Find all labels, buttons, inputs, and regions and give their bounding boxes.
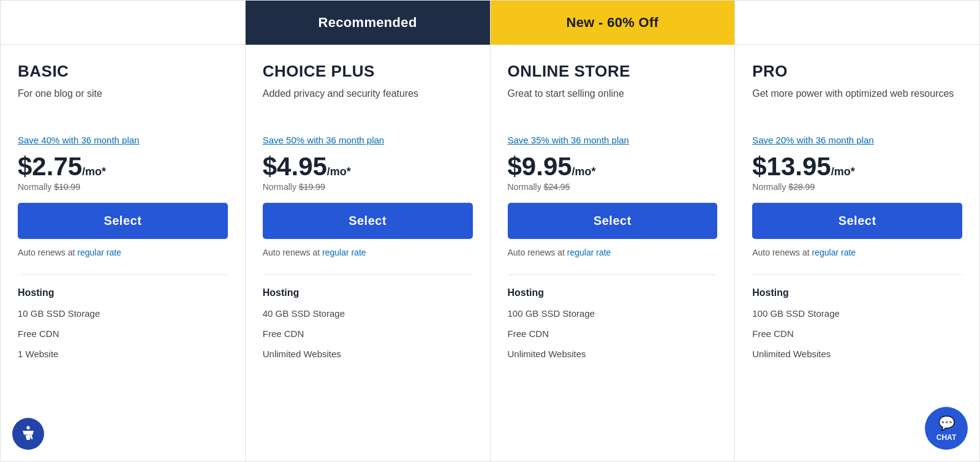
- hosting-item-pro-2: Unlimited Websites: [752, 347, 962, 360]
- hosting-item-basic-2: 1 Website: [18, 347, 228, 360]
- save-link-online-store[interactable]: Save 35% with 36 month plan: [508, 135, 718, 145]
- plan-name-choice-plus: CHOICE PLUS: [263, 62, 473, 81]
- regular-rate-link-choice-plus[interactable]: regular rate: [322, 248, 366, 257]
- plan-col-choice-plus: RecommendedCHOICE PLUSAdded privacy and …: [245, 0, 490, 462]
- plan-name-basic: BASIC: [18, 62, 228, 81]
- regular-rate-link-pro[interactable]: regular rate: [812, 248, 856, 257]
- auto-renew-choice-plus: Auto renews at regular rate: [263, 248, 473, 257]
- plan-badge-pro: [735, 1, 979, 45]
- chat-button[interactable]: 💬 CHAT: [925, 407, 968, 450]
- regular-rate-link-basic[interactable]: regular rate: [77, 248, 121, 257]
- save-link-choice-plus[interactable]: Save 50% with 36 month plan: [263, 135, 473, 145]
- price-main-choice-plus: $4.95/mo*: [263, 154, 473, 180]
- hosting-item-online-store-2: Unlimited Websites: [508, 347, 718, 360]
- price-main-basic: $2.75/mo*: [18, 154, 228, 180]
- hosting-label-basic: Hosting: [18, 287, 228, 298]
- plan-name-online-store: ONLINE STORE: [508, 62, 718, 81]
- plan-badge-choice-plus: Recommended: [246, 1, 490, 45]
- hosting-item-choice-plus-1: Free CDN: [263, 327, 473, 340]
- select-button-pro[interactable]: Select: [752, 203, 962, 239]
- plan-badge-online-store: New - 60% Off: [491, 1, 735, 45]
- accessibility-button[interactable]: [12, 418, 44, 450]
- save-link-basic[interactable]: Save 40% with 36 month plan: [18, 135, 228, 145]
- price-main-pro: $13.95/mo*: [752, 154, 962, 180]
- plan-col-basic: BASICFor one blog or siteSave 40% with 3…: [0, 0, 245, 462]
- hosting-item-online-store-1: Free CDN: [508, 327, 718, 340]
- plan-desc-pro: Get more power with optimized web resour…: [752, 87, 962, 124]
- hosting-item-pro-1: Free CDN: [752, 327, 962, 340]
- chat-label: CHAT: [937, 433, 956, 442]
- hosting-item-basic-1: Free CDN: [18, 327, 228, 340]
- price-main-online-store: $9.95/mo*: [508, 154, 718, 180]
- plan-col-online-store: New - 60% OffONLINE STOREGreat to start …: [490, 0, 735, 462]
- hosting-label-pro: Hosting: [752, 287, 962, 298]
- hosting-section-pro: Hosting100 GB SSD StorageFree CDNUnlimit…: [752, 275, 962, 368]
- hosting-item-online-store-0: 100 GB SSD Storage: [508, 307, 718, 320]
- plan-badge-basic: [1, 1, 245, 45]
- hosting-label-choice-plus: Hosting: [263, 287, 473, 298]
- plan-desc-online-store: Great to start selling online: [508, 87, 718, 124]
- price-normally-pro: Normally $28.99: [752, 182, 962, 192]
- auto-renew-basic: Auto renews at regular rate: [18, 248, 228, 257]
- select-button-basic[interactable]: Select: [18, 203, 228, 239]
- select-button-online-store[interactable]: Select: [508, 203, 718, 239]
- regular-rate-link-online-store[interactable]: regular rate: [567, 248, 611, 257]
- save-link-pro[interactable]: Save 20% with 36 month plan: [752, 135, 962, 145]
- hosting-section-online-store: Hosting100 GB SSD StorageFree CDNUnlimit…: [508, 275, 718, 368]
- hosting-item-choice-plus-0: 40 GB SSD Storage: [263, 307, 473, 320]
- auto-renew-online-store: Auto renews at regular rate: [508, 248, 718, 257]
- hosting-section-choice-plus: Hosting40 GB SSD StorageFree CDNUnlimite…: [263, 275, 473, 368]
- hosting-section-basic: Hosting10 GB SSD StorageFree CDN1 Websit…: [18, 275, 228, 368]
- plan-desc-basic: For one blog or site: [18, 87, 228, 124]
- hosting-item-basic-0: 10 GB SSD Storage: [18, 307, 228, 320]
- accessibility-icon: [19, 425, 37, 443]
- price-normally-choice-plus: Normally $19.99: [263, 182, 473, 192]
- select-button-choice-plus[interactable]: Select: [263, 203, 473, 239]
- hosting-item-pro-0: 100 GB SSD Storage: [752, 307, 962, 320]
- price-normally-basic: Normally $10.99: [18, 182, 228, 192]
- plan-name-pro: PRO: [752, 62, 962, 81]
- chat-icon: 💬: [938, 415, 955, 431]
- plan-desc-choice-plus: Added privacy and security features: [263, 87, 473, 124]
- hosting-item-choice-plus-2: Unlimited Websites: [263, 347, 473, 360]
- auto-renew-pro: Auto renews at regular rate: [752, 248, 962, 257]
- hosting-label-online-store: Hosting: [508, 287, 718, 298]
- plan-col-pro: PROGet more power with optimized web res…: [734, 0, 980, 462]
- price-normally-online-store: Normally $24.95: [508, 182, 718, 192]
- pricing-table: BASICFor one blog or siteSave 40% with 3…: [0, 0, 980, 462]
